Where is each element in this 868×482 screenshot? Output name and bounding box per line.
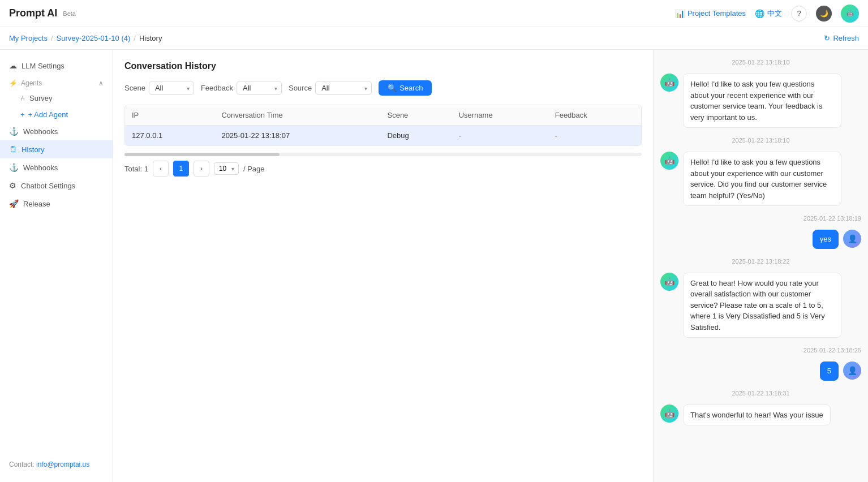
search-button[interactable]: 🔍 Search [379,80,432,96]
sidebar-item-chatbot-settings[interactable]: ⚙ Chatbot Settings [0,177,113,195]
chat-row-5: 👤 5 [660,361,861,381]
page-size-wrapper: 10 20 50 [214,162,239,175]
branch-icon: ⑃ [20,94,25,102]
table-header-row: IP Conversation Time Scene Username Feed… [125,105,641,126]
col-feedback: Feedback [548,105,641,126]
table-scrollbar-thumb [124,153,280,156]
app-title: Prompt AI [9,7,57,19]
scene-select[interactable]: All [149,81,194,95]
bot-avatar-1: 🤖 [660,74,678,92]
breadcrumb-current: History [139,34,162,42]
chat-panel: 2025-01-22 13:18:10 🤖 Hello! I'd like to… [653,50,868,482]
avatar-icon: 🤖 [846,10,853,16]
help-button[interactable]: ? [791,6,807,21]
plus-icon: + [20,110,25,119]
col-conversation-time: Conversation Time [214,105,380,126]
help-icon: ? [797,9,801,18]
source-filter-group: Source All [289,81,372,95]
breadcrumb-my-projects[interactable]: My Projects [9,34,48,42]
breadcrumb-bar: My Projects / Survey-2025-01-10 (4) / Hi… [0,27,868,50]
chevron-up-icon: ∧ [98,79,104,87]
chat-bubble-5: 5 [820,361,839,381]
sidebar-item-llm-settings[interactable]: ☁ LLM Settings [0,57,113,75]
page-size-label: / Page [243,165,265,173]
cloud-icon: ☁ [9,61,17,70]
translate-icon: 🌐 [755,9,764,18]
chat-timestamp-3: 2025-01-22 13:18:19 [660,215,861,222]
page-1-button[interactable]: 1 [173,161,189,177]
sidebar-section-agents[interactable]: ⚡ Agents ∧ [0,75,113,89]
col-username: Username [452,105,548,126]
search-icon: 🔍 [388,84,397,92]
next-page-button[interactable]: › [194,161,209,177]
chat-row-3: 👤 yes [660,230,861,249]
sidebar: ☁ LLM Settings ⚡ Agents ∧ ⑃ Survey + + A… [0,50,113,482]
source-filter-label: Source [289,84,312,92]
history-icon: 🗒 [9,145,17,154]
table-row[interactable]: 127.0.0.1 2025-01-22 13:18:07 Debug - - [125,126,641,146]
content-area: Conversation History Scene All Feedback [113,50,868,482]
chat-timestamp-5: 2025-01-22 13:18:25 [660,347,861,354]
source-select-wrapper: All [315,81,372,95]
breadcrumb-sep-1: / [51,34,53,42]
breadcrumb-project[interactable]: Survey-2025-01-10 (4) [57,34,131,42]
contact-email-link[interactable]: info@promptai.us [36,461,89,468]
bar-chart-icon: 📊 [675,9,685,18]
cell-feedback: - [548,126,641,146]
theme-toggle-button[interactable]: 🌙 [816,6,832,21]
scene-filter-group: Scene All [124,81,194,95]
breadcrumb: My Projects / Survey-2025-01-10 (4) / Hi… [9,34,162,42]
col-ip: IP [125,105,214,126]
breadcrumb-sep-2: / [134,34,136,42]
chat-row-1: 🤖 Hello! I'd like to ask you few questio… [660,74,861,128]
chat-timestamp-2: 2025-01-22 13:18:10 [660,137,861,144]
pagination: Total: 1 ‹ 1 › 10 20 50 / Page [124,161,642,177]
chat-row-4: 🤖 Great to hear! How would you rate your… [660,273,861,338]
user-avatar-1: 👤 [843,230,861,248]
gear-icon: ⚙ [9,181,16,190]
col-scene: Scene [380,105,452,126]
pagination-total: Total: 1 [124,165,148,173]
sidebar-item-webhooks-top[interactable]: ⚓ Webhooks [0,122,113,140]
cell-username: - [452,126,548,146]
scene-select-wrapper: All [149,81,194,95]
beta-badge: Beta [63,10,76,17]
conversation-table-inner: IP Conversation Time Scene Username Feed… [125,105,641,145]
scene-filter-label: Scene [124,84,145,92]
refresh-icon: ↻ [824,34,830,42]
chat-bubble-3: yes [813,230,839,249]
cell-conversation-time: 2025-01-22 13:18:07 [214,126,380,146]
main-layout: ☁ LLM Settings ⚡ Agents ∧ ⑃ Survey + + A… [0,50,868,482]
top-nav: Prompt AI Beta 📊 Project Templates 🌐 中文 … [0,0,868,27]
bot-avatar-2: 🤖 [660,152,678,170]
main-content: Conversation History Scene All Feedback [113,50,653,482]
source-select[interactable]: All [315,81,372,95]
prev-page-button[interactable]: ‹ [153,161,169,177]
chat-timestamp-6: 2025-01-22 13:18:31 [660,390,861,397]
feedback-select-wrapper: All [237,81,282,95]
sidebar-item-history[interactable]: 🗒 History [0,140,113,158]
cell-scene: Debug [380,126,452,146]
user-avatar-2: 👤 [843,361,861,380]
moon-icon: 🌙 [820,10,828,18]
feedback-filter-group: Feedback All [201,81,282,95]
sidebar-item-survey[interactable]: ⑃ Survey [0,89,113,107]
project-templates-button[interactable]: 📊 Project Templates [675,9,746,18]
chat-bubble-2: Hello! I'd like to ask you a few questio… [683,152,841,206]
refresh-button[interactable]: ↻ Refresh [824,34,859,42]
sidebar-item-release[interactable]: 🚀 Release [0,195,113,213]
sidebar-item-webhooks-bottom[interactable]: ⚓ Webhooks [0,158,113,177]
feedback-filter-label: Feedback [201,84,233,92]
feedback-select[interactable]: All [237,81,282,95]
language-button[interactable]: 🌐 中文 [755,8,782,19]
webhook-icon-bottom: ⚓ [9,163,19,172]
add-agent-button[interactable]: + + Add Agent [0,107,113,122]
agents-icon: ⚡ [9,79,18,87]
sidebar-contact: Contact: info@promptai.us [0,454,113,475]
page-size-select[interactable]: 10 20 50 [214,162,239,175]
chat-bubble-6: That's wonderful to hear! Was your issue [683,404,831,426]
app-logo: Prompt AI Beta [9,7,76,19]
conversation-table: IP Conversation Time Scene Username Feed… [124,105,642,146]
avatar[interactable]: 🤖 [841,5,859,23]
chat-bubble-4: Great to hear! How would you rate your o… [683,273,841,338]
